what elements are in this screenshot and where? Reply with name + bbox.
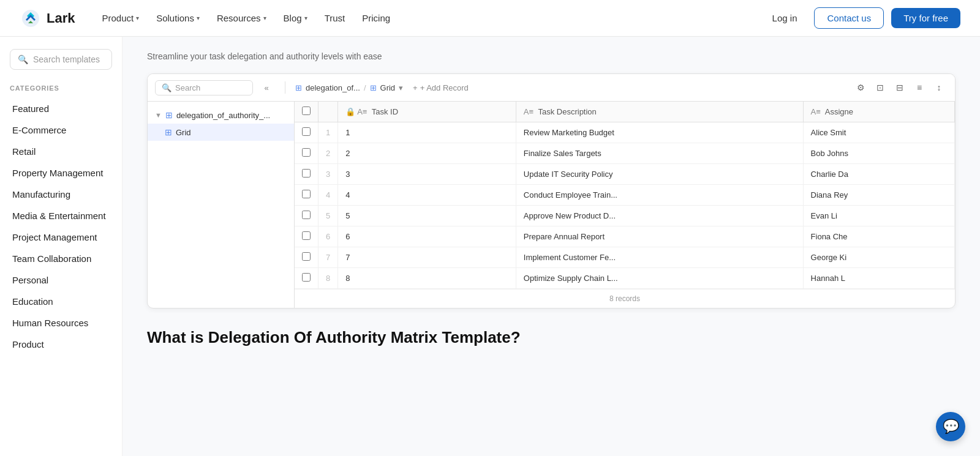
nav-pricing[interactable]: Pricing — [355, 8, 398, 28]
spreadsheet-toolbar: ⚙ ⊡ ⊟ ≡ ↕ — [852, 79, 948, 96]
grid-icon: ⊞ — [165, 127, 172, 137]
col-taskdesc-icon: A≡ — [524, 107, 533, 116]
sidebar-item-manufacturing[interactable]: Manufacturing — [10, 184, 112, 205]
search-templates-input[interactable]: 🔍 Search templates — [10, 49, 112, 70]
separator — [285, 81, 285, 94]
add-record-icon: + — [413, 83, 418, 92]
row-checkbox[interactable] — [302, 169, 311, 178]
settings-icon[interactable]: ⚙ — [852, 79, 869, 96]
row-taskid-cell: 7 — [338, 247, 516, 268]
fields-icon[interactable]: ⊡ — [872, 79, 889, 96]
spreadsheet-header: 🔍 Search « ⊞ delegation_of... / ⊞ Grid ▾… — [148, 74, 955, 102]
row-taskid-cell: 8 — [338, 268, 516, 289]
navbar-actions: Log in Contact us Try for free — [763, 7, 960, 29]
file-tree: ▼ ⊞ delegation_of_authority_... ⊞ Grid — [148, 102, 295, 308]
tree-item-grid[interactable]: ⊞ Grid — [148, 124, 294, 141]
sidebar-item-personal[interactable]: Personal — [10, 269, 112, 291]
spreadsheet-body: ▼ ⊞ delegation_of_authority_... ⊞ Grid — [148, 102, 955, 308]
col-assignee-icon: A≡ — [811, 107, 821, 116]
col-assignee: A≡ Assigne — [803, 102, 954, 122]
nav-trust[interactable]: Trust — [317, 8, 353, 28]
sidebar-item-property-management[interactable]: Property Management — [10, 162, 112, 184]
row-checkbox-cell — [295, 143, 318, 164]
spreadsheet-search[interactable]: 🔍 Search — [155, 80, 253, 95]
row-taskdesc-cell: Conduct Employee Train... — [516, 185, 803, 206]
chevron-down-icon: ▾ — [304, 15, 307, 21]
records-count: 8 records — [295, 289, 955, 308]
spreadsheet-table-wrap: 🔒 A≡ Task ID A≡ Task Description A≡ Assi… — [295, 102, 955, 308]
logo[interactable]: Lark — [20, 7, 75, 29]
tree-item-table[interactable]: ▼ ⊞ delegation_of_authority_... — [148, 107, 294, 124]
sidebar-item-retail[interactable]: Retail — [10, 141, 112, 162]
select-all-checkbox[interactable] — [302, 107, 311, 115]
row-taskid-cell: 3 — [338, 164, 516, 185]
search-icon: 🔍 — [18, 54, 28, 64]
table-row: 2 2 Finalize Sales Targets Bob Johns — [295, 143, 955, 164]
sidebar-item-education[interactable]: Education — [10, 291, 112, 312]
try-free-button[interactable]: Try for free — [891, 8, 960, 28]
collapse-panel-button[interactable]: « — [258, 79, 275, 96]
row-checkbox[interactable] — [302, 127, 311, 136]
logo-text: Lark — [47, 10, 75, 26]
sidebar-item-ecommerce[interactable]: E-Commerce — [10, 119, 112, 141]
table-row: 4 4 Conduct Employee Train... Diana Rey — [295, 185, 955, 206]
table-row: 1 1 Review Marketing Budget Alice Smit — [295, 122, 955, 143]
row-num-cell: 1 — [318, 122, 338, 143]
nav-product[interactable]: Product ▾ — [94, 8, 146, 28]
col-checkbox — [295, 102, 318, 122]
sidebar-item-team-collaboration[interactable]: Team Collaboration — [10, 248, 112, 269]
login-button[interactable]: Log in — [763, 8, 807, 28]
sidebar-item-featured[interactable]: Featured — [10, 98, 112, 119]
row-taskdesc-cell: Prepare Annual Report — [516, 226, 803, 247]
sidebar-item-media-entertainment[interactable]: Media & Entertainment — [10, 205, 112, 226]
row-num-cell: 8 — [318, 268, 338, 289]
row-taskid-cell: 1 — [338, 122, 516, 143]
nav-blog[interactable]: Blog ▾ — [276, 8, 315, 28]
nav-solutions[interactable]: Solutions ▾ — [149, 8, 207, 28]
sidebar-item-human-resources[interactable]: Human Resources — [10, 312, 112, 334]
row-assignee-cell: Evan Li — [803, 206, 954, 226]
row-checkbox[interactable] — [302, 190, 311, 198]
sort-icon[interactable]: ↕ — [930, 79, 948, 96]
search-icon: 🔍 — [162, 83, 172, 92]
sidebar-item-project-management[interactable]: Project Management — [10, 226, 112, 248]
row-num-cell: 7 — [318, 247, 338, 268]
sidebar-item-product[interactable]: Product — [10, 334, 112, 355]
row-checkbox[interactable] — [302, 252, 311, 261]
row-assignee-cell: Fiona Che — [803, 226, 954, 247]
chat-bubble[interactable]: 💬 — [936, 412, 965, 441]
row-taskid-cell: 5 — [338, 206, 516, 226]
row-taskid-cell: 6 — [338, 226, 516, 247]
table-row: 5 5 Approve New Product D... Evan Li — [295, 206, 955, 226]
col-taskdesc: A≡ Task Description — [516, 102, 803, 122]
row-checkbox[interactable] — [302, 148, 311, 157]
breadcrumb-separator: / — [364, 83, 366, 92]
contact-button[interactable]: Contact us — [814, 7, 884, 29]
table-body: 1 1 Review Marketing Budget Alice Smit 2… — [295, 122, 955, 289]
group-icon[interactable]: ≡ — [911, 79, 928, 96]
col-taskid-icon: 🔒 A≡ — [345, 107, 367, 116]
row-checkbox[interactable] — [302, 231, 311, 240]
row-num-cell: 3 — [318, 164, 338, 185]
categories-label: CATEGORIES — [10, 84, 112, 92]
spreadsheet-preview: 🔍 Search « ⊞ delegation_of... / ⊞ Grid ▾… — [147, 73, 956, 308]
row-taskid-cell: 4 — [338, 185, 516, 206]
row-checkbox[interactable] — [302, 273, 311, 282]
row-checkbox-cell — [295, 226, 318, 247]
row-checkbox[interactable] — [302, 211, 311, 219]
table-row: 6 6 Prepare Annual Report Fiona Che — [295, 226, 955, 247]
chevron-down-icon: ▾ — [399, 83, 403, 92]
row-assignee-cell: Hannah L — [803, 268, 954, 289]
row-checkbox-cell — [295, 122, 318, 143]
row-assignee-cell: Diana Rey — [803, 185, 954, 206]
chevron-down-icon: ▾ — [263, 15, 266, 21]
breadcrumb-grid-icon: ⊞ — [370, 83, 377, 92]
nav-resources[interactable]: Resources ▾ — [209, 8, 274, 28]
add-record-button[interactable]: + + Add Record — [408, 81, 473, 95]
row-taskdesc-cell: Optimize Supply Chain L... — [516, 268, 803, 289]
filter-icon[interactable]: ⊟ — [891, 79, 908, 96]
row-num-cell: 6 — [318, 226, 338, 247]
lark-logo-icon — [20, 7, 42, 29]
table-row: 3 3 Update IT Security Policy Charlie Da — [295, 164, 955, 185]
row-taskdesc-cell: Review Marketing Budget — [516, 122, 803, 143]
